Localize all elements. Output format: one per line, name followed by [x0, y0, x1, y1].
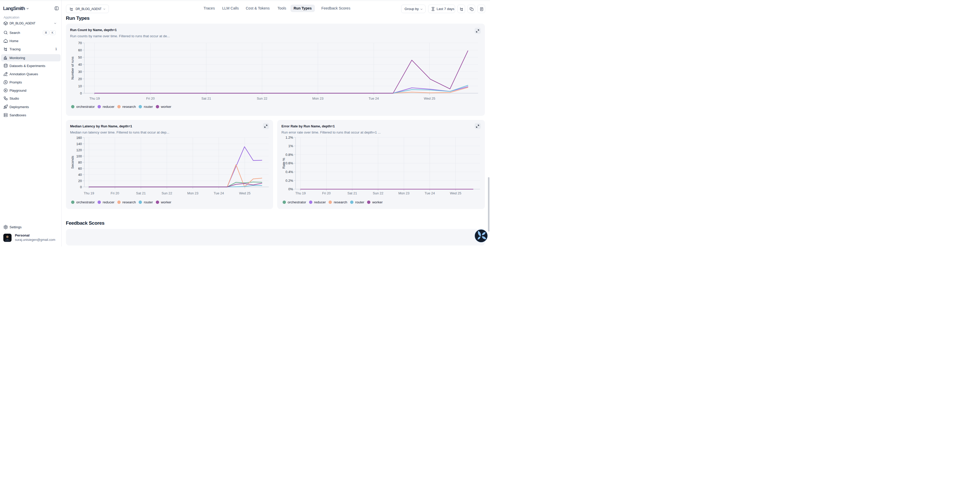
svg-text:10: 10: [78, 84, 82, 88]
svg-text:0.6%: 0.6%: [285, 161, 293, 165]
svg-text:Fri 20: Fri 20: [322, 191, 331, 195]
svg-text:Rate %: Rate %: [282, 158, 286, 169]
svg-text:1.2%: 1.2%: [285, 136, 293, 139]
svg-text:160: 160: [76, 136, 82, 140]
svg-text:20: 20: [78, 77, 82, 81]
svg-text:Mon 23: Mon 23: [187, 191, 198, 195]
svg-text:Number of runs: Number of runs: [71, 56, 75, 80]
svg-text:0: 0: [80, 91, 82, 95]
svg-text:100: 100: [76, 154, 82, 158]
svg-text:Wed 25: Wed 25: [450, 191, 461, 195]
svg-text:Sun 22: Sun 22: [257, 97, 267, 101]
svg-text:Sun 22: Sun 22: [161, 191, 172, 195]
svg-text:Fri 20: Fri 20: [111, 191, 119, 195]
svg-text:Tue 24: Tue 24: [425, 191, 435, 195]
svg-text:Wed 25: Wed 25: [424, 97, 435, 101]
svg-text:80: 80: [78, 161, 82, 164]
svg-text:0: 0: [80, 185, 82, 189]
svg-text:Thu 19: Thu 19: [296, 191, 306, 195]
svg-text:Sat 21: Sat 21: [136, 191, 146, 195]
svg-text:Tue 24: Tue 24: [213, 191, 224, 195]
svg-text:Thu 19: Thu 19: [84, 191, 94, 195]
svg-text:Wed 25: Wed 25: [239, 191, 251, 195]
svg-text:60: 60: [78, 167, 82, 171]
svg-text:40: 40: [78, 63, 82, 67]
svg-text:Tue 24: Tue 24: [369, 97, 379, 101]
svg-text:0.4%: 0.4%: [285, 170, 293, 174]
svg-text:120: 120: [76, 148, 82, 152]
svg-text:0.2%: 0.2%: [285, 179, 293, 183]
svg-text:20: 20: [78, 179, 82, 183]
svg-text:Mon 23: Mon 23: [312, 97, 323, 101]
svg-text:40: 40: [78, 173, 82, 177]
svg-text:Sat 21: Sat 21: [347, 191, 357, 195]
svg-text:1%: 1%: [288, 144, 293, 148]
svg-text:Fri 20: Fri 20: [146, 97, 154, 101]
svg-text:50: 50: [78, 56, 82, 59]
svg-text:0.8%: 0.8%: [285, 153, 293, 156]
svg-text:60: 60: [78, 48, 82, 52]
svg-text:30: 30: [78, 70, 82, 74]
svg-text:140: 140: [76, 142, 82, 146]
svg-text:70: 70: [78, 41, 82, 45]
svg-text:Seconds: Seconds: [71, 156, 75, 169]
svg-text:Sat 21: Sat 21: [201, 97, 211, 101]
svg-text:Sun 22: Sun 22: [373, 191, 383, 195]
svg-text:Mon 23: Mon 23: [398, 191, 409, 195]
svg-text:0%: 0%: [288, 187, 293, 191]
svg-text:Thu 19: Thu 19: [89, 97, 100, 101]
